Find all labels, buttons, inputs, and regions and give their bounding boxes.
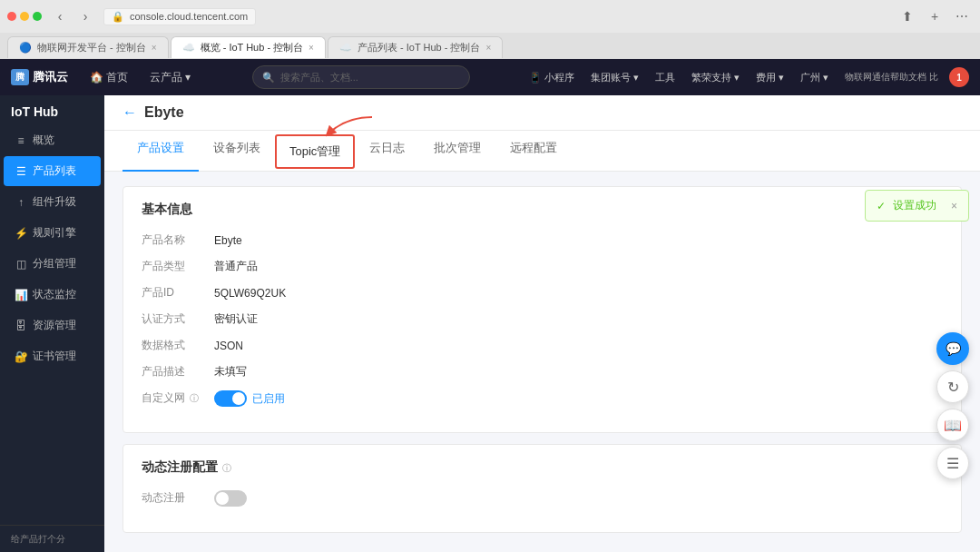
search-bar[interactable]: 🔍 搜索产品、文档... <box>252 65 470 89</box>
nav-billing[interactable]: 费用 ▾ <box>750 69 789 86</box>
info-row-product-id: 产品ID 5QLW69Q2UK <box>142 285 943 301</box>
dynamic-register-header: 动态注册配置 ⓘ <box>142 459 943 476</box>
value-data-format: JSON <box>214 338 943 353</box>
url-bar[interactable]: 🔒 console.cloud.tencent.com <box>103 8 256 25</box>
tabs-bar: 产品设置 设备列表 Topic管理 云日志 批次管理 远程配置 <box>104 131 980 172</box>
sidebar-footer: 给产品打个分 <box>0 525 104 552</box>
tab-close-2[interactable]: × <box>485 43 491 53</box>
dynamic-register-info-icon[interactable]: ⓘ <box>222 463 231 473</box>
app-layout: IoT Hub ≡ 概览 ☰ 产品列表 ↑ 组件升级 ⚡ 规则引擎 ◫ 分组管理 <box>0 95 980 552</box>
back-button[interactable]: ← <box>122 104 137 121</box>
toast-check-icon: ✓ <box>877 200 886 212</box>
sidebar-item-rule-engine[interactable]: ⚡ 规则引擎 <box>4 218 101 248</box>
status-monitor-icon: 📊 <box>15 289 27 301</box>
basic-info-card: 基本信息 编辑 产品名称 Ebyte 产品类型 普通产品 产品ID 5QLW69… <box>122 186 962 433</box>
tab-topic-mgmt[interactable]: Topic管理 <box>275 134 355 169</box>
share-button[interactable]: ⬆ <box>897 5 918 27</box>
menu-button[interactable]: ⋯ <box>951 5 973 27</box>
user-initial: 1 <box>956 73 962 83</box>
sidebar-item-overview[interactable]: ≡ 概览 <box>4 125 101 155</box>
search-icon: 🔍 <box>262 72 275 84</box>
logo-text: 腾讯云 <box>33 69 68 85</box>
forward-nav-button[interactable]: › <box>74 5 96 27</box>
browser-action-buttons: ⬆ + ⋯ <box>897 5 973 27</box>
fab-chat-button[interactable]: 💬 <box>936 332 969 365</box>
sidebar-item-product-list[interactable]: ☰ 产品列表 <box>4 156 101 186</box>
value-custom-net: 已启用 <box>214 390 943 407</box>
sidebar-item-resource-mgmt[interactable]: 🗄 资源管理 <box>4 310 101 340</box>
custom-net-info-icon[interactable]: ⓘ <box>190 393 199 403</box>
value-description: 未填写 <box>214 364 943 380</box>
info-row-data-format: 数据格式 JSON <box>142 338 943 353</box>
toast-close-button[interactable]: × <box>951 200 957 212</box>
tab-log[interactable]: 云日志 <box>355 131 419 172</box>
toggle-status-text: 已启用 <box>252 391 285 407</box>
nav-tools[interactable]: 工具 <box>650 69 681 86</box>
sidebar-item-distribution[interactable]: ◫ 分组管理 <box>4 249 101 279</box>
nav-group-mgmt[interactable]: 集团账号 ▾ <box>585 69 644 86</box>
custom-net-toggle[interactable] <box>214 390 247 407</box>
tab-product-settings[interactable]: 产品设置 <box>122 131 199 172</box>
maximize-dot[interactable] <box>33 12 42 21</box>
browser-nav: ‹ › <box>49 5 96 27</box>
fab-menu-button[interactable]: ☰ <box>936 447 969 479</box>
nav-cloud-products[interactable]: 云产品 ▾ <box>142 66 198 89</box>
nav-home[interactable]: 🏠 首页 <box>83 66 135 89</box>
fab-group: 💬 ↻ 📖 ☰ <box>936 332 969 479</box>
sidebar-item-label-resource: 资源管理 <box>33 318 76 333</box>
label-product-type: 产品类型 <box>142 259 214 274</box>
lock-icon: 🔒 <box>112 11 124 23</box>
group-mgmt-label: 集团账号 ▾ <box>591 71 639 84</box>
tab-batch-mgmt[interactable]: 批次管理 <box>419 131 495 172</box>
sidebar-footer-text[interactable]: 给产品打个分 <box>11 533 93 546</box>
sidebar-item-label-distribution: 分组管理 <box>33 256 76 271</box>
sidebar-item-component-upgrade[interactable]: ↑ 组件升级 <box>4 187 101 217</box>
home-label: 首页 <box>106 70 128 85</box>
value-auth: 密钥认证 <box>214 311 943 327</box>
custom-net-label-text: 自定义网 <box>142 391 185 404</box>
label-description: 产品描述 <box>142 364 214 380</box>
tab-label-batch-mgmt: 批次管理 <box>434 141 481 154</box>
new-tab-button[interactable]: + <box>924 5 946 27</box>
browser-tab-2[interactable]: ☁️ 产品列表 - IoT Hub - 控制台 × <box>328 36 503 58</box>
distribution-icon: ◫ <box>15 258 27 271</box>
component-upgrade-icon: ↑ <box>15 196 27 209</box>
tab-label-log: 云日志 <box>369 141 405 154</box>
rule-engine-icon: ⚡ <box>15 227 27 240</box>
dynamic-register-toggle[interactable] <box>214 490 247 507</box>
user-avatar[interactable]: 1 <box>949 67 969 87</box>
nav-docs[interactable]: 物联网通信帮助文档 比 <box>839 69 944 85</box>
browser-tab-1[interactable]: ☁️ 概览 - IoT Hub - 控制台 × <box>171 36 326 58</box>
back-nav-button[interactable]: ‹ <box>49 5 71 27</box>
fab-refresh-button[interactable]: ↻ <box>936 370 969 403</box>
cloud-products-label: 云产品 ▾ <box>150 70 191 85</box>
tab-label-device-list: 设备列表 <box>213 141 260 154</box>
minimize-dot[interactable] <box>20 12 29 21</box>
browser-tab-0[interactable]: 🔵 物联网开发平台 - 控制台 × <box>7 36 169 58</box>
tabs-section: 产品设置 设备列表 Topic管理 云日志 批次管理 远程配置 <box>104 131 980 172</box>
tab-label-0: 物联网开发平台 - 控制台 <box>37 41 146 54</box>
value-product-type: 普通产品 <box>214 259 943 274</box>
content-header: ← Ebyte <box>104 95 980 131</box>
service-label: 繁荣支持 ▾ <box>691 71 740 84</box>
tab-device-list[interactable]: 设备列表 <box>199 131 275 172</box>
sidebar-item-cert-mgmt[interactable]: 🔐 证书管理 <box>4 341 101 371</box>
close-dot[interactable] <box>7 12 16 21</box>
fab-docs-button[interactable]: 📖 <box>936 409 969 441</box>
sidebar-item-status-monitor[interactable]: 📊 状态监控 <box>4 280 101 310</box>
browser-chrome: ‹ › 🔒 console.cloud.tencent.com ⬆ + ⋯ 🔵 … <box>0 0 980 59</box>
product-name-header: Ebyte <box>144 104 184 121</box>
tab-remote-config[interactable]: 远程配置 <box>495 131 572 172</box>
mini-program-icon: 📱 <box>529 72 542 84</box>
tab-close-0[interactable]: × <box>152 43 157 53</box>
info-row-description: 产品描述 未填写 <box>142 364 943 380</box>
nav-location[interactable]: 广州 ▾ <box>795 69 834 86</box>
nav-service[interactable]: 繁荣支持 ▾ <box>686 69 745 86</box>
nav-mini-program[interactable]: 📱 小程序 <box>524 69 580 86</box>
tab-close-1[interactable]: × <box>309 43 314 53</box>
info-row-product-name: 产品名称 Ebyte <box>142 232 943 248</box>
sidebar-product-title: IoT Hub <box>11 104 93 119</box>
docs-label: 物联网通信帮助文档 比 <box>845 71 938 84</box>
info-row-product-type: 产品类型 普通产品 <box>142 259 943 274</box>
sidebar-product-header: IoT Hub <box>0 95 104 124</box>
